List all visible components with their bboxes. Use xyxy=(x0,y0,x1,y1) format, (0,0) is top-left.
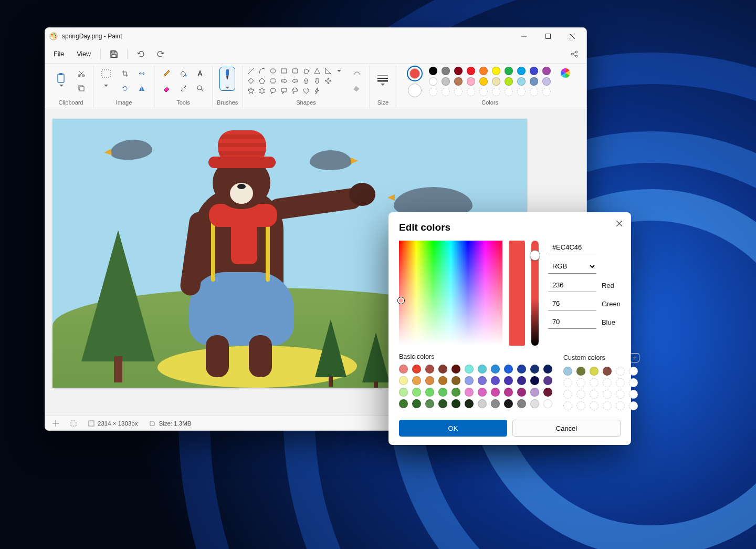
close-button[interactable] xyxy=(560,28,584,45)
shape-arrowl-icon[interactable] xyxy=(291,77,299,85)
basic-color-swatch[interactable] xyxy=(491,399,500,408)
palette-swatch[interactable] xyxy=(505,67,513,75)
gradient-cursor[interactable] xyxy=(398,297,404,304)
shape-curve-icon[interactable] xyxy=(258,67,266,75)
palette-swatch[interactable] xyxy=(530,67,538,75)
custom-color-swatch[interactable] xyxy=(576,367,585,376)
custom-color-empty[interactable] xyxy=(576,401,585,410)
basic-color-swatch[interactable] xyxy=(425,365,434,374)
custom-color-empty[interactable] xyxy=(590,378,598,387)
custom-color-empty[interactable] xyxy=(629,378,638,387)
basic-color-swatch[interactable] xyxy=(412,388,421,397)
size-button[interactable] xyxy=(374,67,392,93)
basic-color-swatch[interactable] xyxy=(504,388,513,397)
palette-swatch[interactable] xyxy=(467,67,475,75)
palette-swatch-empty[interactable] xyxy=(454,88,463,96)
basic-color-swatch[interactable] xyxy=(399,399,408,408)
basic-color-swatch[interactable] xyxy=(465,365,474,374)
custom-color-empty[interactable] xyxy=(576,390,585,399)
redo-button[interactable] xyxy=(152,46,170,62)
basic-color-swatch[interactable] xyxy=(530,365,539,374)
undo-button[interactable] xyxy=(132,46,150,62)
shape-line-icon[interactable] xyxy=(247,67,255,75)
basic-color-swatch[interactable] xyxy=(517,376,526,385)
basic-color-swatch[interactable] xyxy=(425,399,434,408)
basic-color-swatch[interactable] xyxy=(478,388,487,397)
palette-swatch[interactable] xyxy=(429,67,437,75)
basic-color-swatch[interactable] xyxy=(452,365,460,374)
shape-5star-icon[interactable] xyxy=(247,87,255,95)
basic-color-swatch[interactable] xyxy=(465,399,474,408)
lightness-thumb[interactable] xyxy=(530,250,540,261)
basic-color-swatch[interactable] xyxy=(425,388,434,397)
basic-color-swatch[interactable] xyxy=(452,399,460,408)
palette-swatch[interactable] xyxy=(454,77,463,86)
custom-color-empty[interactable] xyxy=(629,390,638,399)
basic-color-swatch[interactable] xyxy=(399,376,408,385)
cancel-button[interactable]: Cancel xyxy=(512,420,621,437)
custom-color-empty[interactable] xyxy=(616,390,625,399)
custom-color-empty[interactable] xyxy=(616,367,625,376)
shape-outline-button[interactable] xyxy=(349,67,365,80)
rotate-button[interactable] xyxy=(117,81,133,95)
paste-button[interactable] xyxy=(52,67,70,93)
shape-hex-icon[interactable] xyxy=(269,77,277,85)
ok-button[interactable]: OK xyxy=(399,420,507,437)
basic-color-swatch[interactable] xyxy=(517,399,526,408)
custom-color-empty[interactable] xyxy=(629,401,638,410)
palette-swatch[interactable] xyxy=(454,67,463,75)
basic-color-swatch[interactable] xyxy=(399,388,408,397)
shape-bolt-icon[interactable] xyxy=(313,87,321,95)
shape-polygon-icon[interactable] xyxy=(302,67,310,75)
color-mode-select[interactable]: RGB xyxy=(548,259,596,274)
custom-color-empty[interactable] xyxy=(603,378,612,387)
basic-color-swatch[interactable] xyxy=(425,376,434,385)
brushes-button[interactable] xyxy=(219,67,235,91)
custom-color-empty[interactable] xyxy=(576,378,585,387)
basic-color-swatch[interactable] xyxy=(438,365,447,374)
basic-color-swatch[interactable] xyxy=(465,376,474,385)
save-button[interactable] xyxy=(105,46,123,62)
palette-swatch[interactable] xyxy=(530,77,538,86)
green-input[interactable] xyxy=(548,297,596,310)
menu-file[interactable]: File xyxy=(48,47,69,61)
menu-view[interactable]: View xyxy=(71,47,96,61)
palette-swatch[interactable] xyxy=(479,67,488,75)
blue-input[interactable] xyxy=(548,315,596,329)
basic-color-swatch[interactable] xyxy=(478,376,487,385)
basic-color-swatch[interactable] xyxy=(412,376,421,385)
basic-color-swatch[interactable] xyxy=(530,376,539,385)
shape-pent-icon[interactable] xyxy=(258,77,266,85)
shape-oval-icon[interactable] xyxy=(269,67,277,75)
basic-color-swatch[interactable] xyxy=(543,365,552,374)
shape-arrowd-icon[interactable] xyxy=(313,77,321,85)
pencil-tool[interactable] xyxy=(159,67,174,80)
hex-input[interactable] xyxy=(548,241,596,254)
palette-swatch[interactable] xyxy=(492,77,500,86)
basic-color-swatch[interactable] xyxy=(412,365,421,374)
shape-arrowr-icon[interactable] xyxy=(280,77,288,85)
custom-color-empty[interactable] xyxy=(563,390,572,399)
basic-color-swatch[interactable] xyxy=(530,399,539,408)
shape-roundrect-icon[interactable] xyxy=(291,67,299,75)
shape-rect-icon[interactable] xyxy=(280,67,288,75)
color-gradient-picker[interactable] xyxy=(399,241,502,346)
palette-swatch[interactable] xyxy=(542,67,551,75)
minimize-button[interactable] xyxy=(512,28,536,45)
basic-color-swatch[interactable] xyxy=(543,376,552,385)
palette-swatch[interactable] xyxy=(505,77,513,86)
shape-roundcall-icon[interactable] xyxy=(269,87,277,95)
share-button[interactable] xyxy=(565,46,583,62)
palette-swatch-empty[interactable] xyxy=(505,88,513,96)
palette-swatch[interactable] xyxy=(429,77,437,86)
shape-4star-icon[interactable] xyxy=(324,77,332,85)
shapes-more-icon[interactable] xyxy=(335,67,343,75)
text-tool[interactable] xyxy=(192,67,208,80)
palette-swatch-empty[interactable] xyxy=(517,88,526,96)
palette-swatch[interactable] xyxy=(442,77,450,86)
fill-tool[interactable] xyxy=(175,67,191,80)
custom-color-empty[interactable] xyxy=(616,401,625,410)
basic-color-swatch[interactable] xyxy=(438,376,447,385)
shape-cloudcall-icon[interactable] xyxy=(291,87,299,95)
custom-color-empty[interactable] xyxy=(603,401,612,410)
